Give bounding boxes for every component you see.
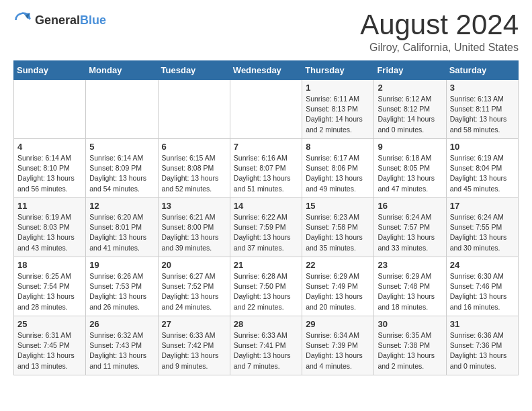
- cell-content: Sunrise: 6:36 AM Sunset: 7:36 PM Dayligh…: [450, 330, 515, 371]
- cell-content: Sunrise: 6:14 AM Sunset: 8:10 PM Dayligh…: [17, 153, 82, 194]
- cell-content: Sunrise: 6:30 AM Sunset: 7:46 PM Dayligh…: [450, 271, 515, 312]
- cell-content: Sunrise: 6:27 AM Sunset: 7:52 PM Dayligh…: [162, 271, 226, 312]
- calendar-cell: 19Sunrise: 6:26 AM Sunset: 7:53 PM Dayli…: [86, 257, 158, 316]
- location-subtitle: Gilroy, California, United States: [360, 42, 519, 54]
- logo-icon: [13, 11, 32, 30]
- day-number: 18: [17, 260, 82, 270]
- calendar-cell: 30Sunrise: 6:35 AM Sunset: 7:38 PM Dayli…: [374, 316, 446, 375]
- calendar-cell: 12Sunrise: 6:20 AM Sunset: 8:01 PM Dayli…: [86, 198, 158, 257]
- day-number: 30: [378, 319, 442, 329]
- calendar-cell: 2Sunrise: 6:12 AM Sunset: 8:12 PM Daylig…: [374, 80, 446, 139]
- cell-content: Sunrise: 6:24 AM Sunset: 7:55 PM Dayligh…: [450, 212, 515, 253]
- calendar-cell: 3Sunrise: 6:13 AM Sunset: 8:11 PM Daylig…: [446, 80, 518, 139]
- calendar-cell: 22Sunrise: 6:29 AM Sunset: 7:49 PM Dayli…: [302, 257, 374, 316]
- cell-content: Sunrise: 6:33 AM Sunset: 7:41 PM Dayligh…: [234, 330, 298, 371]
- calendar-table: SundayMondayTuesdayWednesdayThursdayFrid…: [13, 60, 519, 375]
- cell-content: Sunrise: 6:28 AM Sunset: 7:50 PM Dayligh…: [234, 271, 298, 312]
- weekday-header-wednesday: Wednesday: [230, 61, 302, 80]
- day-number: 31: [450, 319, 515, 329]
- day-number: 4: [17, 142, 82, 152]
- calendar-cell: 17Sunrise: 6:24 AM Sunset: 7:55 PM Dayli…: [446, 198, 518, 257]
- calendar-cell: 15Sunrise: 6:23 AM Sunset: 7:58 PM Dayli…: [302, 198, 374, 257]
- day-number: 9: [378, 142, 442, 152]
- calendar-cell: 25Sunrise: 6:31 AM Sunset: 7:45 PM Dayli…: [14, 316, 86, 375]
- day-number: 1: [306, 83, 370, 93]
- day-number: 26: [89, 319, 154, 329]
- calendar-cell: 4Sunrise: 6:14 AM Sunset: 8:10 PM Daylig…: [14, 139, 86, 198]
- cell-content: Sunrise: 6:29 AM Sunset: 7:48 PM Dayligh…: [378, 271, 442, 312]
- weekday-header-monday: Monday: [86, 61, 158, 80]
- weekday-header-row: SundayMondayTuesdayWednesdayThursdayFrid…: [14, 61, 519, 80]
- cell-content: Sunrise: 6:35 AM Sunset: 7:38 PM Dayligh…: [378, 330, 442, 371]
- day-number: 11: [17, 201, 82, 211]
- weekday-header-tuesday: Tuesday: [158, 61, 230, 80]
- day-number: 19: [89, 260, 154, 270]
- calendar-cell: [230, 80, 302, 139]
- day-number: 6: [162, 142, 226, 152]
- day-number: 16: [378, 201, 442, 211]
- calendar-cell: 23Sunrise: 6:29 AM Sunset: 7:48 PM Dayli…: [374, 257, 446, 316]
- day-number: 17: [450, 201, 515, 211]
- cell-content: Sunrise: 6:14 AM Sunset: 8:09 PM Dayligh…: [89, 153, 154, 194]
- cell-content: Sunrise: 6:32 AM Sunset: 7:43 PM Dayligh…: [89, 330, 154, 371]
- cell-content: Sunrise: 6:23 AM Sunset: 7:58 PM Dayligh…: [306, 212, 370, 253]
- day-number: 29: [306, 319, 370, 329]
- cell-content: Sunrise: 6:18 AM Sunset: 8:05 PM Dayligh…: [378, 153, 442, 194]
- calendar-cell: 5Sunrise: 6:14 AM Sunset: 8:09 PM Daylig…: [86, 139, 158, 198]
- cell-content: Sunrise: 6:33 AM Sunset: 7:42 PM Dayligh…: [162, 330, 226, 371]
- cell-content: Sunrise: 6:22 AM Sunset: 7:59 PM Dayligh…: [234, 212, 298, 253]
- calendar-cell: 1Sunrise: 6:11 AM Sunset: 8:13 PM Daylig…: [302, 80, 374, 139]
- cell-content: Sunrise: 6:31 AM Sunset: 7:45 PM Dayligh…: [17, 330, 82, 371]
- calendar-week-row: 25Sunrise: 6:31 AM Sunset: 7:45 PM Dayli…: [14, 316, 519, 375]
- cell-content: Sunrise: 6:17 AM Sunset: 8:06 PM Dayligh…: [306, 153, 370, 194]
- cell-content: Sunrise: 6:16 AM Sunset: 8:07 PM Dayligh…: [234, 153, 298, 194]
- day-number: 14: [234, 201, 298, 211]
- calendar-week-row: 4Sunrise: 6:14 AM Sunset: 8:10 PM Daylig…: [14, 139, 519, 198]
- day-number: 8: [306, 142, 370, 152]
- calendar-cell: 11Sunrise: 6:19 AM Sunset: 8:03 PM Dayli…: [14, 198, 86, 257]
- weekday-header-sunday: Sunday: [14, 61, 86, 80]
- calendar-cell: 20Sunrise: 6:27 AM Sunset: 7:52 PM Dayli…: [158, 257, 230, 316]
- calendar-cell: 16Sunrise: 6:24 AM Sunset: 7:57 PM Dayli…: [374, 198, 446, 257]
- day-number: 24: [450, 260, 515, 270]
- calendar-week-row: 11Sunrise: 6:19 AM Sunset: 8:03 PM Dayli…: [14, 198, 519, 257]
- weekday-header-thursday: Thursday: [302, 61, 374, 80]
- day-number: 12: [89, 201, 154, 211]
- month-year-title: August 2024: [360, 11, 519, 39]
- day-number: 20: [162, 260, 226, 270]
- cell-content: Sunrise: 6:21 AM Sunset: 8:00 PM Dayligh…: [162, 212, 226, 253]
- calendar-cell: 31Sunrise: 6:36 AM Sunset: 7:36 PM Dayli…: [446, 316, 518, 375]
- day-number: 5: [89, 142, 154, 152]
- cell-content: Sunrise: 6:25 AM Sunset: 7:54 PM Dayligh…: [17, 271, 82, 312]
- calendar-cell: 9Sunrise: 6:18 AM Sunset: 8:05 PM Daylig…: [374, 139, 446, 198]
- cell-content: Sunrise: 6:11 AM Sunset: 8:13 PM Dayligh…: [306, 94, 370, 135]
- calendar-cell: 13Sunrise: 6:21 AM Sunset: 8:00 PM Dayli…: [158, 198, 230, 257]
- logo-general: General: [35, 13, 80, 28]
- day-number: 7: [234, 142, 298, 152]
- cell-content: Sunrise: 6:19 AM Sunset: 8:04 PM Dayligh…: [450, 153, 515, 194]
- logo-blue: Blue: [80, 13, 106, 28]
- calendar-cell: 27Sunrise: 6:33 AM Sunset: 7:42 PM Dayli…: [158, 316, 230, 375]
- day-number: 25: [17, 319, 82, 329]
- cell-content: Sunrise: 6:24 AM Sunset: 7:57 PM Dayligh…: [378, 212, 442, 253]
- calendar-week-row: 18Sunrise: 6:25 AM Sunset: 7:54 PM Dayli…: [14, 257, 519, 316]
- calendar-cell: 6Sunrise: 6:15 AM Sunset: 8:08 PM Daylig…: [158, 139, 230, 198]
- cell-content: Sunrise: 6:29 AM Sunset: 7:49 PM Dayligh…: [306, 271, 370, 312]
- cell-content: Sunrise: 6:12 AM Sunset: 8:12 PM Dayligh…: [378, 94, 442, 135]
- cell-content: Sunrise: 6:19 AM Sunset: 8:03 PM Dayligh…: [17, 212, 82, 253]
- calendar-cell: [158, 80, 230, 139]
- calendar-cell: 24Sunrise: 6:30 AM Sunset: 7:46 PM Dayli…: [446, 257, 518, 316]
- day-number: 21: [234, 260, 298, 270]
- calendar-cell: 14Sunrise: 6:22 AM Sunset: 7:59 PM Dayli…: [230, 198, 302, 257]
- day-number: 13: [162, 201, 226, 211]
- calendar-cell: 7Sunrise: 6:16 AM Sunset: 8:07 PM Daylig…: [230, 139, 302, 198]
- cell-content: Sunrise: 6:15 AM Sunset: 8:08 PM Dayligh…: [162, 153, 226, 194]
- cell-content: Sunrise: 6:13 AM Sunset: 8:11 PM Dayligh…: [450, 94, 515, 135]
- calendar-cell: 8Sunrise: 6:17 AM Sunset: 8:06 PM Daylig…: [302, 139, 374, 198]
- logo: General Blue: [13, 11, 106, 30]
- title-area: August 2024 Gilroy, California, United S…: [360, 11, 519, 54]
- calendar-cell: 21Sunrise: 6:28 AM Sunset: 7:50 PM Dayli…: [230, 257, 302, 316]
- page-header: General Blue August 2024 Gilroy, Califor…: [13, 11, 519, 54]
- day-number: 15: [306, 201, 370, 211]
- cell-content: Sunrise: 6:26 AM Sunset: 7:53 PM Dayligh…: [89, 271, 154, 312]
